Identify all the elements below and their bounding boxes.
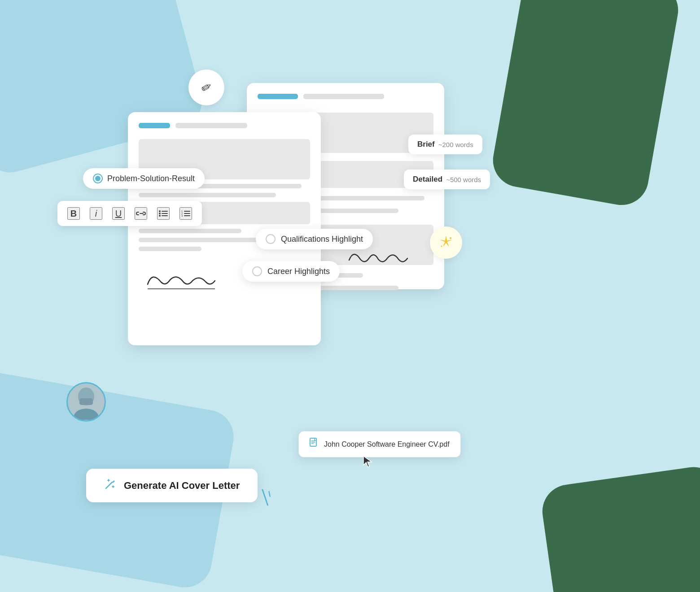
psr-radio-inner bbox=[95, 176, 101, 181]
svg-point-2 bbox=[159, 215, 161, 217]
sparkle-icon bbox=[438, 235, 454, 251]
underline-button[interactable]: U bbox=[112, 207, 125, 220]
doc-accent-line bbox=[258, 94, 298, 99]
svg-point-15 bbox=[74, 409, 99, 420]
ordered-list-button[interactable]: 1 2 3 bbox=[179, 207, 192, 220]
ai-wand-icon bbox=[104, 478, 117, 493]
detailed-label: Detailed bbox=[413, 175, 442, 184]
sparkle-lines bbox=[256, 487, 274, 510]
career-label: Career Highlights bbox=[267, 267, 330, 276]
front-name-line bbox=[139, 247, 201, 251]
front-card-header bbox=[139, 123, 310, 133]
svg-line-20 bbox=[268, 492, 271, 496]
career-radio bbox=[252, 266, 262, 276]
svg-point-12 bbox=[450, 237, 451, 239]
file-icon bbox=[310, 438, 319, 451]
italic-button[interactable]: i bbox=[90, 207, 102, 220]
pencil-icon: ✏ bbox=[198, 78, 214, 96]
ai-button-label: Generate AI Cover Letter bbox=[124, 480, 240, 492]
doc-line bbox=[303, 94, 384, 99]
front-line-s bbox=[139, 229, 241, 233]
formatting-toolbar: B i U 1 2 3 bbox=[57, 201, 202, 226]
detailed-count: ~500 words bbox=[446, 176, 481, 183]
svg-point-13 bbox=[441, 246, 442, 247]
brief-badge[interactable]: Brief ~200 words bbox=[408, 135, 482, 154]
psr-label: Problem-Solution-Result bbox=[107, 174, 195, 183]
mouse-cursor bbox=[363, 455, 373, 472]
user-avatar bbox=[66, 382, 106, 422]
qual-label: Qualifications Highlight bbox=[281, 235, 363, 244]
psr-radio bbox=[93, 174, 103, 183]
svg-point-0 bbox=[159, 210, 161, 212]
front-accent bbox=[139, 123, 170, 128]
avatar-person-icon bbox=[70, 384, 102, 420]
svg-point-1 bbox=[159, 213, 161, 214]
qual-radio bbox=[266, 234, 276, 244]
svg-text:3: 3 bbox=[181, 214, 183, 217]
career-badge[interactable]: Career Highlights bbox=[242, 261, 340, 282]
brief-label: Brief bbox=[417, 140, 435, 149]
front-line bbox=[175, 123, 247, 128]
signature-svg bbox=[139, 262, 228, 298]
generate-ai-button[interactable]: Generate AI Cover Letter bbox=[86, 469, 258, 502]
psr-badge[interactable]: Problem-Solution-Result bbox=[83, 168, 205, 189]
link-button[interactable] bbox=[135, 207, 147, 220]
pencil-circle: ✏ bbox=[188, 70, 224, 105]
svg-line-18 bbox=[261, 490, 267, 497]
svg-rect-16 bbox=[79, 398, 93, 405]
svg-line-19 bbox=[263, 497, 270, 505]
cv-filename: John Cooper Software Engineer CV.pdf bbox=[324, 440, 450, 448]
bold-button[interactable]: B bbox=[67, 207, 80, 220]
sparkle-circle bbox=[430, 226, 462, 259]
qualifications-badge[interactable]: Qualifications Highlight bbox=[256, 229, 373, 249]
brief-count: ~200 words bbox=[438, 141, 473, 148]
unordered-list-button[interactable] bbox=[157, 207, 170, 220]
front-line-m2 bbox=[139, 238, 276, 242]
front-line-med bbox=[139, 193, 276, 197]
detailed-badge[interactable]: Detailed ~500 words bbox=[404, 170, 490, 189]
cv-file-badge[interactable]: John Cooper Software Engineer CV.pdf bbox=[298, 431, 461, 457]
content-area: ✏ bbox=[0, 0, 700, 592]
